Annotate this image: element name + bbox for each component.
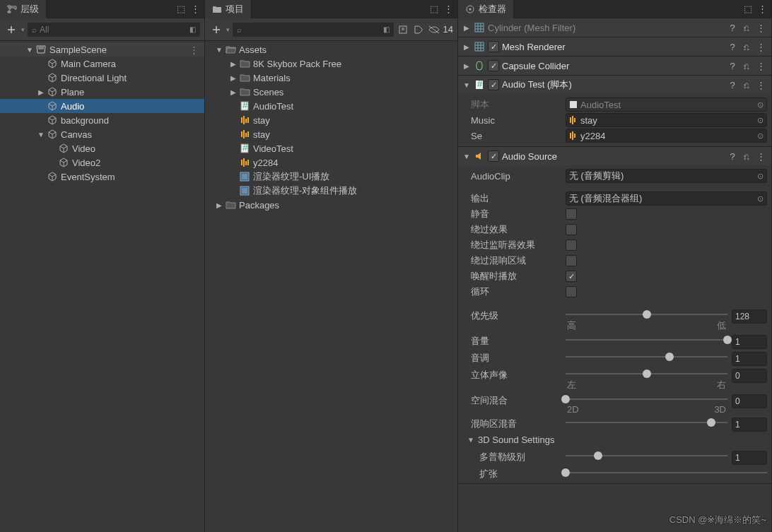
item-menu-icon[interactable]: ⋮ (189, 45, 204, 55)
object-picker-icon[interactable]: ⊙ (757, 116, 764, 125)
object-field[interactable]: stay⊙ (566, 113, 767, 127)
search-input[interactable] (245, 25, 380, 35)
enable-checkbox[interactable]: ✓ (488, 150, 499, 162)
hierarchy-item[interactable]: ▼SampleScene⋮ (0, 42, 204, 57)
enable-checkbox[interactable]: ✓ (488, 79, 499, 90)
inspector-tab[interactable]: 检查器 (458, 0, 514, 18)
object-field[interactable]: y2284⊙ (566, 129, 767, 143)
panel-menu-icon[interactable]: ⋮ (756, 3, 768, 16)
project-item[interactable]: ▶Scenes (205, 85, 457, 99)
checkbox[interactable] (566, 286, 577, 297)
project-item[interactable]: 渲染器纹理-UI播放 (205, 170, 457, 184)
expand-arrow[interactable]: ▶ (37, 88, 45, 96)
enable-checkbox[interactable]: ✓ (488, 41, 499, 52)
project-tab[interactable]: 项目 (205, 0, 252, 18)
object-picker-icon[interactable]: ⊙ (757, 172, 764, 181)
object-field[interactable]: AudioTest⊙ (566, 97, 767, 112)
expand-arrow[interactable]: ▶ (215, 201, 223, 209)
slider[interactable] (566, 309, 727, 319)
component-menu-icon[interactable]: ⋮ (754, 150, 767, 162)
project-item[interactable]: stay (205, 113, 457, 127)
expand-arrow[interactable]: ▶ (462, 43, 471, 51)
preset-icon[interactable]: ⎌ (740, 40, 753, 53)
checkbox[interactable] (566, 240, 577, 251)
hierarchy-item[interactable]: background (0, 113, 204, 127)
panel-lock-icon[interactable]: ⬚ (742, 3, 754, 16)
add-dropdown-icon[interactable]: ▾ (226, 26, 230, 33)
project-item[interactable]: #AudioTest (205, 99, 457, 113)
hierarchy-item[interactable]: Audio (0, 99, 204, 113)
object-picker-icon[interactable]: ⊙ (757, 131, 764, 141)
preset-icon[interactable]: ⎌ (740, 21, 753, 34)
hierarchy-item[interactable]: Video2 (0, 155, 204, 170)
hierarchy-item[interactable]: ▶Plane (0, 85, 204, 99)
enable-checkbox[interactable]: ✓ (488, 60, 499, 71)
expand-arrow[interactable]: ▶ (229, 88, 238, 96)
slider[interactable] (566, 352, 727, 362)
component-header[interactable]: ▼#✓Audio Test (脚本)?⎌⋮ (458, 76, 771, 94)
preset-icon[interactable]: ⎌ (740, 59, 753, 72)
expand-arrow[interactable]: ▼ (462, 153, 471, 160)
object-field[interactable]: 无 (音频混合器组)⊙ (566, 191, 767, 206)
help-icon[interactable]: ? (726, 78, 739, 91)
number-field[interactable] (732, 352, 767, 366)
component-menu-icon[interactable]: ⋮ (754, 78, 767, 91)
number-field[interactable] (732, 309, 767, 324)
help-icon[interactable]: ? (726, 21, 739, 34)
project-item[interactable]: y2284 (205, 155, 457, 170)
expand-arrow[interactable]: ▼ (37, 131, 45, 138)
component-menu-icon[interactable]: ⋮ (754, 21, 767, 34)
help-icon[interactable]: ? (726, 150, 739, 162)
number-field[interactable] (732, 451, 767, 465)
project-item[interactable]: 渲染器纹理-对象组件播放 (205, 184, 457, 198)
preset-icon[interactable]: ⎌ (740, 78, 753, 91)
section-header[interactable]: ▼3D Sound Settings (462, 432, 767, 448)
expand-arrow[interactable]: ▼ (215, 46, 223, 54)
project-item[interactable]: ▶Materials (205, 71, 457, 85)
checkbox[interactable] (566, 224, 577, 235)
number-field[interactable] (732, 418, 767, 432)
panel-menu-icon[interactable]: ⋮ (442, 3, 455, 16)
project-item[interactable]: stay (205, 127, 457, 141)
expand-arrow[interactable]: ▶ (229, 74, 238, 82)
component-header[interactable]: ▶✓Mesh Renderer?⎌⋮ (458, 37, 771, 56)
object-field[interactable]: 无 (音频剪辑)⊙ (566, 169, 767, 183)
search-type-icon[interactable]: ◧ (189, 25, 196, 33)
visibility-icon[interactable] (428, 23, 440, 36)
hierarchy-item[interactable]: EventSystem (0, 170, 204, 184)
number-field[interactable] (732, 394, 767, 408)
search-input[interactable] (40, 25, 187, 35)
project-item[interactable]: ▶Packages (205, 198, 457, 212)
help-icon[interactable]: ? (726, 59, 739, 72)
project-item[interactable]: ▼Assets (205, 42, 457, 57)
component-header[interactable]: ▶Cylinder (Mesh Filter)?⎌⋮ (458, 18, 771, 37)
slider[interactable] (566, 451, 727, 461)
help-icon[interactable]: ? (726, 40, 739, 53)
component-header[interactable]: ▶✓Capsule Collider?⎌⋮ (458, 57, 771, 75)
slider[interactable] (566, 369, 727, 379)
hierarchy-search[interactable]: ⌕ ◧ (28, 23, 200, 37)
number-field[interactable] (732, 335, 767, 349)
panel-menu-icon[interactable]: ⋮ (189, 3, 201, 16)
expand-arrow[interactable]: ▼ (25, 46, 34, 54)
hierarchy-tab[interactable]: 层级 (0, 0, 47, 18)
expand-arrow[interactable]: ▶ (229, 60, 238, 68)
expand-arrow[interactable]: ▶ (462, 62, 471, 70)
label-icon[interactable] (412, 23, 425, 36)
component-menu-icon[interactable]: ⋮ (754, 40, 767, 53)
hierarchy-item[interactable]: Video (0, 141, 204, 155)
hierarchy-item[interactable]: Directional Light (0, 71, 204, 85)
add-dropdown-icon[interactable]: ▾ (21, 26, 25, 33)
panel-lock-icon[interactable]: ⬚ (175, 3, 187, 16)
add-button[interactable] (4, 23, 18, 37)
slider[interactable] (566, 418, 727, 427)
slider[interactable] (566, 335, 727, 345)
hierarchy-item[interactable]: Main Camera (0, 57, 204, 71)
preset-icon[interactable]: ⎌ (740, 150, 753, 162)
project-search[interactable]: ⌕ ◧ (233, 23, 394, 37)
project-item[interactable]: #VideoTest (205, 141, 457, 155)
slider[interactable] (566, 468, 767, 478)
checkbox[interactable]: ✓ (566, 271, 577, 282)
project-item[interactable]: ▶8K Skybox Pack Free (205, 57, 457, 71)
panel-lock-icon[interactable]: ⬚ (428, 3, 440, 16)
